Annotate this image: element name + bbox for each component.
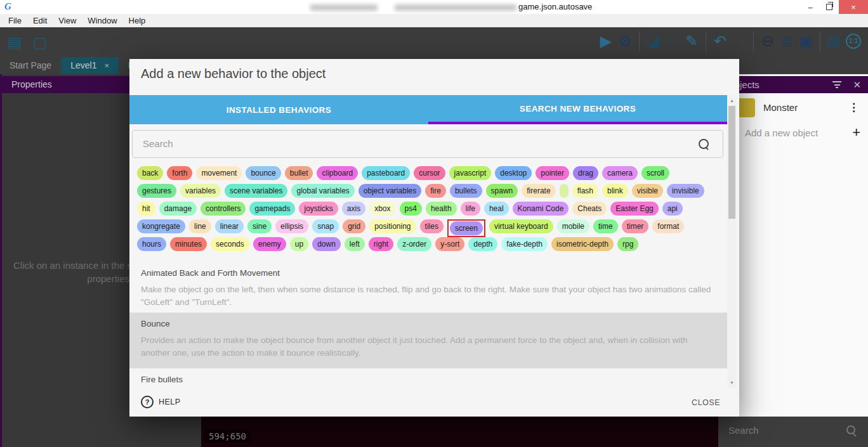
tag-chip-seconds[interactable]: seconds bbox=[211, 237, 249, 251]
tag-chip-scroll[interactable]: scroll bbox=[641, 166, 669, 180]
tag-chip-fire[interactable]: fire bbox=[425, 184, 446, 198]
tag-chip-snap[interactable]: snap bbox=[312, 219, 339, 233]
behavior-item-bounce[interactable]: BounceProvides an action to make the obj… bbox=[129, 313, 727, 368]
tag-chip-right[interactable]: right bbox=[369, 237, 393, 251]
tag-chip-damage[interactable]: damage bbox=[159, 202, 197, 216]
play-icon[interactable]: ▶ bbox=[596, 30, 615, 53]
tag-chip-life[interactable]: life bbox=[461, 202, 480, 216]
behavior-item-animated-back-and-forth-movement[interactable]: Animated Back and Forth MovementMake the… bbox=[129, 262, 727, 313]
close-window-button[interactable]: × bbox=[839, 0, 868, 14]
start-page-icon[interactable]: ▤ bbox=[5, 31, 24, 54]
tag-chip-gestures[interactable]: gestures bbox=[137, 184, 176, 198]
tag-chip-bullet[interactable]: bullet bbox=[285, 166, 313, 180]
tag-chip-sine[interactable]: sine bbox=[247, 219, 272, 233]
tag-chip-positioning[interactable]: positioning bbox=[369, 219, 416, 233]
tag-chip-back[interactable]: back bbox=[137, 166, 163, 180]
tag-chip-kongregate[interactable]: kongregate bbox=[137, 219, 185, 233]
tag-chip-y-sort[interactable]: y-sort bbox=[435, 237, 464, 251]
tag-chip-desktop[interactable]: desktop bbox=[495, 166, 532, 180]
tag-chip-timer[interactable]: timer bbox=[622, 219, 649, 233]
tag-chip-line[interactable]: line bbox=[189, 219, 211, 233]
undo-icon[interactable]: ↶ bbox=[711, 30, 730, 53]
tag-chip-konami-code[interactable]: Konami Code bbox=[513, 202, 569, 216]
behavior-search-input[interactable] bbox=[141, 138, 677, 150]
tag-chip-pasteboard[interactable]: pasteboard bbox=[362, 166, 410, 180]
tag-chip-invisible[interactable]: invisible bbox=[667, 184, 704, 198]
scrollbar-thumb[interactable] bbox=[728, 106, 735, 219]
tab-close-icon[interactable]: × bbox=[104, 57, 109, 74]
tag-chip-linear[interactable]: linear bbox=[215, 219, 244, 233]
tag-chip-hours[interactable]: hours bbox=[137, 237, 166, 251]
dialog-scrollbar[interactable]: ▲ ▼ bbox=[727, 95, 737, 388]
tag-chip-joysticks[interactable]: joysticks bbox=[299, 202, 338, 216]
tag-chip-tiles[interactable]: tiles bbox=[420, 219, 444, 233]
tag-chip-firerate[interactable]: firerate bbox=[522, 184, 555, 198]
close-panel-icon[interactable]: ✕ bbox=[853, 76, 861, 93]
tag-chip-format[interactable]: format bbox=[652, 219, 684, 233]
tag-chip-blink[interactable]: blink bbox=[602, 184, 628, 198]
tag-chip-gamepads[interactable]: gamepads bbox=[249, 202, 295, 216]
debug-icon[interactable]: ⚙ bbox=[615, 30, 635, 53]
tag-chip-scene-variables[interactable]: scene variables bbox=[225, 184, 287, 198]
tab-search-new-behaviors[interactable]: SEARCH NEW BEHAVIORS bbox=[428, 95, 727, 124]
tag-chip-xbox[interactable]: xbox bbox=[369, 202, 395, 216]
object-groups-icon[interactable]: ∷ bbox=[663, 30, 682, 53]
plus-icon[interactable]: + bbox=[852, 122, 860, 143]
tag-chip-z-order[interactable]: z-order bbox=[397, 237, 431, 251]
close-dialog-button[interactable]: CLOSE bbox=[692, 398, 720, 407]
tag-chip-empty[interactable] bbox=[560, 184, 569, 198]
tag-chip-object-variables[interactable]: object variables bbox=[358, 184, 421, 198]
tag-chip-drag[interactable]: drag bbox=[573, 166, 598, 180]
tab-level1[interactable]: Level1× bbox=[61, 57, 119, 74]
layers-icon[interactable]: ▣ bbox=[796, 30, 815, 53]
tag-chip-mobile[interactable]: mobile bbox=[557, 219, 589, 233]
tag-chip-hit[interactable]: hit bbox=[137, 202, 155, 216]
tag-chip-api[interactable]: api bbox=[662, 202, 683, 216]
scroll-up-icon[interactable]: ▲ bbox=[727, 98, 737, 103]
tag-chip-pointer[interactable]: pointer bbox=[536, 166, 569, 180]
tag-chip-clipboard[interactable]: clipboard bbox=[317, 166, 358, 180]
tab-installed-behaviors[interactable]: INSTALLED BEHAVIORS bbox=[129, 95, 428, 124]
instances-list-icon[interactable]: ≣ bbox=[777, 30, 796, 53]
tag-chip-movement[interactable]: movement bbox=[196, 166, 242, 180]
tag-chip-cursor[interactable]: cursor bbox=[414, 166, 445, 180]
menu-window[interactable]: Window bbox=[82, 16, 122, 25]
tag-chip-isometric-depth[interactable]: isometric-depth bbox=[551, 237, 614, 251]
tag-chip-fake-depth[interactable]: fake-depth bbox=[501, 237, 548, 251]
tag-chip-spawn[interactable]: spawn bbox=[486, 184, 518, 198]
tag-chip-camera[interactable]: camera bbox=[602, 166, 638, 180]
minimize-button[interactable]: – bbox=[801, 0, 820, 14]
tag-chip-enemy[interactable]: enemy bbox=[253, 237, 286, 251]
tag-chip-bullets[interactable]: bullets bbox=[450, 184, 482, 198]
project-manager-icon[interactable]: ▢ bbox=[30, 31, 49, 54]
tag-chip-easter-egg[interactable]: Easter Egg bbox=[610, 202, 658, 216]
restore-button[interactable] bbox=[820, 0, 839, 14]
help-button[interactable]: ? HELP bbox=[141, 396, 181, 408]
filter-icon[interactable] bbox=[832, 81, 841, 88]
tag-chip-up[interactable]: up bbox=[290, 237, 308, 251]
menu-file[interactable]: File bbox=[3, 16, 27, 25]
tab-start-page[interactable]: Start Page bbox=[0, 57, 61, 74]
menu-help[interactable]: Help bbox=[123, 16, 152, 25]
scene-properties-icon[interactable]: ✎ bbox=[682, 30, 701, 53]
tag-chip-controllers[interactable]: controllers bbox=[201, 202, 246, 216]
tag-chip-minutes[interactable]: minutes bbox=[170, 237, 207, 251]
tag-chip-health[interactable]: health bbox=[426, 202, 457, 216]
menu-edit[interactable]: Edit bbox=[27, 16, 53, 25]
tag-chip-javascript[interactable]: javascript bbox=[449, 166, 492, 180]
tag-chip-left[interactable]: left bbox=[345, 237, 365, 251]
tag-chip-flash[interactable]: flash bbox=[572, 184, 598, 198]
tag-chip-forth[interactable]: forth bbox=[167, 166, 192, 180]
tag-chip-visible[interactable]: visible bbox=[632, 184, 663, 198]
object-list-item[interactable]: Monster ⋮ bbox=[718, 93, 868, 122]
tag-chip-depth[interactable]: depth bbox=[468, 237, 497, 251]
objects-search-input[interactable] bbox=[727, 424, 838, 436]
tag-chip-screen[interactable]: screen bbox=[450, 221, 483, 235]
tag-chip-variables[interactable]: variables bbox=[180, 184, 221, 198]
tag-chip-heal[interactable]: heal bbox=[484, 202, 509, 216]
tag-chip-down[interactable]: down bbox=[312, 237, 341, 251]
tag-chip-axis[interactable]: axis bbox=[342, 202, 365, 216]
tag-chip-time[interactable]: time bbox=[593, 219, 618, 233]
scroll-down-icon[interactable]: ▼ bbox=[727, 380, 737, 385]
redo-icon[interactable]: ↷ bbox=[730, 30, 749, 53]
